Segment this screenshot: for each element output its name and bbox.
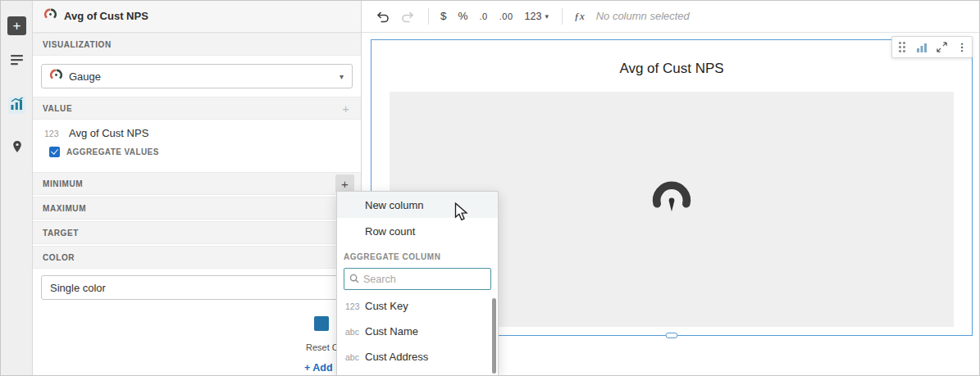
section-color: COLOR: [33, 246, 361, 269]
section-label: MAXIMUM: [43, 204, 86, 213]
section-value: VALUE +: [33, 97, 361, 120]
column-option-cust-address[interactable]: abc Cust Address: [337, 344, 498, 369]
value-field-row[interactable]: 123 Avg of Cust NPS: [33, 120, 361, 143]
aggregate-label: AGGREGATE VALUES: [66, 147, 159, 156]
more-options-icon[interactable]: ⋮: [953, 39, 971, 57]
list-icon: [10, 52, 24, 70]
increase-decimal-button[interactable]: .00: [499, 11, 513, 21]
number-format-label: 123: [525, 11, 542, 22]
search-box[interactable]: [344, 268, 491, 290]
section-label: MINIMUM: [43, 179, 83, 188]
plus-icon: +: [13, 19, 21, 33]
search-icon: [349, 272, 359, 287]
formula-fx-button[interactable]: ƒx: [574, 10, 585, 23]
chart-icon: [10, 97, 24, 114]
decrease-decimal-button[interactable]: .0: [480, 11, 488, 21]
search-input[interactable]: [363, 274, 485, 285]
percent-format-button[interactable]: %: [458, 10, 468, 22]
chevron-down-icon: ▾: [545, 12, 549, 20]
pin-icon: [11, 139, 24, 157]
aggregate-values-row: AGGREGATE VALUES: [33, 143, 361, 164]
side-rail: +: [0, 0, 33, 376]
gauge-glyph: [646, 177, 697, 242]
section-label: VISUALIZATION: [43, 40, 112, 49]
section-target: TARGET: [33, 221, 361, 244]
aggregate-column-header: AGGREGATE COLUMN: [337, 244, 498, 263]
visualization-picker-wrap: Gauge ▾: [33, 56, 361, 97]
column-name: Cust Address: [365, 351, 428, 363]
add-element-button[interactable]: +: [7, 16, 26, 35]
add-minimum-button[interactable]: +: [335, 174, 354, 193]
currency-format-button[interactable]: $: [440, 10, 447, 22]
config-panel: Avg of Cust NPS VISUALIZATION Gauge ▾ VA…: [33, 0, 362, 376]
widget-toolbar: ⋮: [891, 36, 973, 58]
aggregate-checkbox[interactable]: [49, 147, 60, 157]
maximize-icon[interactable]: [933, 39, 951, 57]
viz-type-value: Gauge: [69, 70, 333, 83]
column-option-cust-key[interactable]: 123 Cust Key: [337, 293, 498, 319]
column-option-cust-name[interactable]: abc Cust Name: [337, 319, 498, 344]
sidebar-item-pages[interactable]: [8, 52, 25, 70]
toolbar-divider: [562, 8, 563, 25]
widget-title: Avg of Cust NPS: [371, 61, 972, 77]
formula-placeholder: No column selected: [596, 10, 690, 22]
panel-header: Avg of Cust NPS: [33, 0, 361, 33]
color-swatch[interactable]: [314, 316, 329, 331]
redo-button[interactable]: [401, 10, 415, 23]
formula-bar[interactable]: No column selected: [585, 10, 980, 22]
viz-type-dropdown[interactable]: Gauge ▾: [41, 64, 353, 88]
gauge-icon: [50, 69, 62, 84]
column-type-tag: abc: [345, 352, 365, 362]
format-toolbar: $ % .0 .00 123 ▾ ƒx No column selected: [362, 0, 980, 33]
color-mode-dropdown[interactable]: Single color ▾: [41, 275, 353, 300]
column-name: Cust Name: [365, 325, 418, 337]
page-title: Avg of Cust NPS: [64, 10, 148, 22]
section-visualization: VISUALIZATION: [33, 33, 361, 56]
column-name: Cust Key: [365, 300, 408, 312]
field-name: Avg of Cust NPS: [69, 127, 148, 139]
column-type-tag: abc: [345, 327, 365, 337]
toolbar-divider: [428, 8, 429, 25]
column-picker-menu: New column Row count AGGREGATE COLUMN 12…: [336, 191, 499, 376]
section-label: COLOR: [43, 253, 75, 262]
app-window: + Avg of Cust NPS VISUALIZATION: [0, 0, 980, 376]
section-minimum: MINIMUM +: [33, 172, 361, 195]
add-color-rule-link[interactable]: + Add: [304, 362, 333, 374]
section-maximum: MAXIMUM: [33, 197, 361, 220]
undo-button[interactable]: [376, 10, 390, 23]
number-format-dropdown[interactable]: 123 ▾: [525, 11, 549, 22]
gauge-icon: [44, 8, 57, 24]
menu-item-row-count[interactable]: Row count: [337, 218, 498, 244]
chevron-down-icon: ▾: [340, 72, 344, 81]
chart-type-icon[interactable]: [913, 39, 931, 57]
sidebar-item-format[interactable]: [8, 139, 25, 156]
drag-handle-icon[interactable]: [893, 39, 911, 57]
menu-item-new-column[interactable]: New column: [337, 192, 498, 218]
section-label: VALUE: [43, 104, 72, 113]
column-type-tag: 123: [345, 301, 365, 311]
resize-handle[interactable]: [666, 333, 678, 338]
color-picker-wrap: Single color ▾: [33, 269, 361, 306]
sidebar-item-element-panel[interactable]: [8, 97, 25, 114]
section-label: TARGET: [43, 229, 79, 238]
add-value-button[interactable]: +: [337, 102, 354, 116]
reset-colors-button[interactable]: Reset C: [306, 342, 339, 352]
field-type-tag: 123: [44, 129, 61, 138]
color-mode-value: Single color: [50, 282, 333, 294]
scrollbar-thumb[interactable]: [492, 298, 496, 374]
